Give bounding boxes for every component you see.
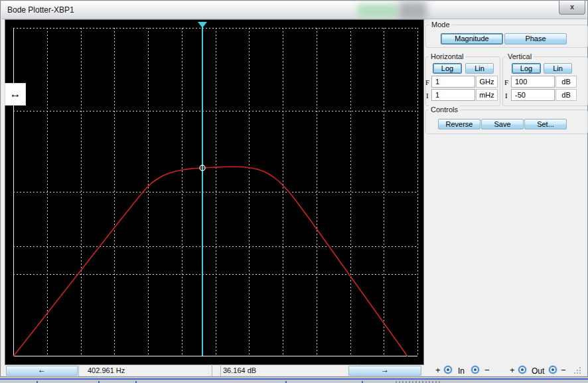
reverse-button[interactable]: Reverse <box>438 119 480 129</box>
cursor-drag-handle[interactable]: ↔ <box>5 84 25 105</box>
horizontal-lin-button[interactable]: Lin <box>465 63 494 74</box>
vertical-initial-unit: dB <box>555 89 577 101</box>
horizontal-group-label: Horizontal <box>429 52 466 60</box>
vertical-i-label: I <box>505 92 508 100</box>
bode-plotter-window: Bode Plotter-XBP1 x ↔ ← 402.961 Hz 36.16… <box>0 0 588 377</box>
circuit-wire-line <box>0 378 588 380</box>
horizontal-f-label: F <box>425 78 429 86</box>
in-plus-terminal[interactable] <box>444 366 452 374</box>
out-minus-terminal[interactable] <box>549 366 557 374</box>
out-minus-sign: − <box>561 365 566 375</box>
in-minus-terminal[interactable] <box>471 366 479 374</box>
background-window-blur <box>399 1 427 19</box>
horizontal-i-label: I <box>426 92 429 100</box>
bode-plot-svg <box>5 20 423 364</box>
left-arrow-icon: ← <box>38 365 46 374</box>
out-label: Out <box>532 366 544 376</box>
plot-area[interactable] <box>5 19 424 365</box>
close-icon: x <box>570 3 574 11</box>
title-bar[interactable]: Bode Plotter-XBP1 <box>1 1 587 19</box>
vertical-f-label: F <box>504 78 508 86</box>
vertical-initial-input[interactable] <box>511 89 555 101</box>
phase-button[interactable]: Phase <box>504 33 567 44</box>
vertical-final-unit: dB <box>555 76 577 88</box>
vertical-final-input[interactable] <box>511 76 555 88</box>
window-title: Bode Plotter-XBP1 <box>7 5 74 15</box>
vertical-lin-button[interactable]: Lin <box>544 63 572 74</box>
right-arrow-icon: → <box>381 365 389 374</box>
vertical-group-label: Vertical <box>506 52 534 60</box>
in-label: In <box>458 366 465 376</box>
terminal-dot-icon <box>447 368 449 371</box>
plot-background <box>5 20 423 364</box>
scroll-left-button[interactable]: ← <box>6 366 78 376</box>
terminal-dot-icon <box>521 368 524 371</box>
horizontal-initial-unit: mHz <box>476 89 498 101</box>
out-plus-sign: + <box>510 365 515 375</box>
close-button[interactable]: x <box>559 1 585 15</box>
background-lcd-blur <box>358 4 398 17</box>
set-button[interactable]: Set... <box>524 119 567 129</box>
frequency-readout: 402.961 Hz <box>78 364 221 376</box>
horizontal-log-button[interactable]: Log <box>433 63 462 74</box>
horizontal-final-unit: GHz <box>476 76 498 88</box>
vertical-log-button[interactable]: Log <box>512 63 541 74</box>
in-plus-sign: + <box>435 365 441 375</box>
horizontal-final-input[interactable] <box>431 76 475 88</box>
save-button[interactable]: Save <box>481 119 524 129</box>
left-right-arrow-icon: ↔ <box>10 88 21 101</box>
resize-grip[interactable] <box>571 366 582 375</box>
out-plus-terminal[interactable] <box>518 366 526 374</box>
controls-group-label: Controls <box>429 106 460 114</box>
horizontal-initial-input[interactable] <box>431 89 475 101</box>
mode-group-label: Mode <box>429 21 452 29</box>
scroll-right-button[interactable]: → <box>348 366 421 376</box>
in-minus-sign: − <box>484 365 490 375</box>
magnitude-button[interactable]: Magnitude <box>441 33 503 44</box>
terminal-dot-icon <box>474 368 477 371</box>
magnitude-readout: 36.164 dB <box>212 364 358 376</box>
terminal-dot-icon <box>551 368 554 371</box>
